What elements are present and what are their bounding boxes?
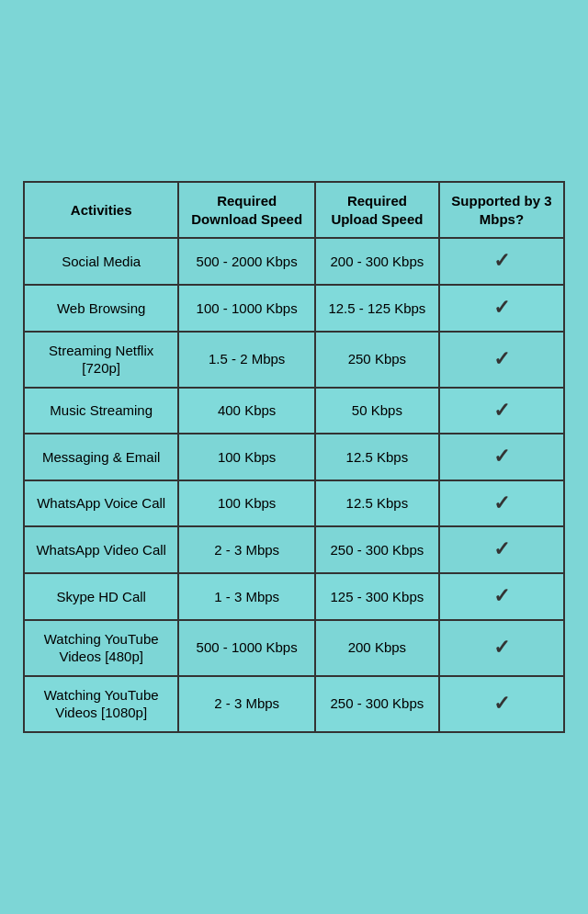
table-row: WhatsApp Video Call2 - 3 Mbps250 - 300 K…: [24, 526, 564, 573]
cell-supported: ✓: [439, 620, 564, 676]
cell-supported: ✓: [439, 573, 564, 620]
cell-download: 1.5 - 2 Mbps: [178, 332, 315, 388]
table-row: Web Browsing100 - 1000 Kbps12.5 - 125 Kb…: [24, 285, 564, 332]
checkmark-icon: ✓: [493, 636, 510, 659]
cell-activity: Music Streaming: [24, 388, 178, 434]
cell-download: 2 - 3 Mbps: [178, 526, 315, 573]
cell-supported: ✓: [439, 388, 564, 434]
header-download: Required Download Speed: [178, 182, 315, 238]
cell-upload: 50 Kbps: [315, 388, 439, 434]
cell-upload: 250 Kbps: [315, 332, 439, 388]
cell-download: 1 - 3 Mbps: [178, 573, 315, 620]
cell-activity: WhatsApp Video Call: [24, 526, 178, 573]
cell-supported: ✓: [439, 526, 564, 573]
table-row: WhatsApp Voice Call100 Kbps12.5 Kbps✓: [24, 480, 564, 527]
cell-download: 2 - 3 Mbps: [178, 676, 315, 732]
table-row: Music Streaming400 Kbps50 Kbps✓: [24, 388, 564, 434]
cell-download: 100 Kbps: [178, 434, 315, 480]
cell-download: 400 Kbps: [178, 388, 315, 434]
header-activities: Activities: [24, 182, 178, 238]
checkmark-icon: ✓: [493, 584, 510, 607]
checkmark-icon: ✓: [493, 491, 510, 514]
speed-table: Activities Required Download Speed Requi…: [23, 181, 565, 732]
table-row: Social Media500 - 2000 Kbps200 - 300 Kbp…: [24, 238, 564, 285]
table-header-row: Activities Required Download Speed Requi…: [24, 182, 564, 238]
cell-upload: 12.5 Kbps: [315, 480, 439, 527]
checkmark-icon: ✓: [493, 399, 510, 422]
cell-activity: WhatsApp Voice Call: [24, 480, 178, 527]
cell-activity: Skype HD Call: [24, 573, 178, 620]
table-row: Watching YouTube Videos [480p]500 - 1000…: [24, 620, 564, 676]
cell-upload: 12.5 - 125 Kbps: [315, 285, 439, 332]
table-wrapper: Activities Required Download Speed Requi…: [9, 163, 579, 750]
cell-activity: Watching YouTube Videos [1080p]: [24, 676, 178, 732]
checkmark-icon: ✓: [493, 692, 510, 715]
cell-download: 500 - 1000 Kbps: [178, 620, 315, 676]
cell-upload: 12.5 Kbps: [315, 434, 439, 480]
cell-supported: ✓: [439, 332, 564, 388]
cell-activity: Web Browsing: [24, 285, 178, 332]
cell-supported: ✓: [439, 480, 564, 527]
cell-supported: ✓: [439, 676, 564, 732]
table-row: Streaming Netflix [720p]1.5 - 2 Mbps250 …: [24, 332, 564, 388]
cell-download: 100 - 1000 Kbps: [178, 285, 315, 332]
header-supported: Supported by 3 Mbps?: [439, 182, 564, 238]
checkmark-icon: ✓: [493, 537, 510, 560]
cell-activity: Watching YouTube Videos [480p]: [24, 620, 178, 676]
cell-activity: Social Media: [24, 238, 178, 285]
cell-upload: 250 - 300 Kbps: [315, 676, 439, 732]
cell-upload: 125 - 300 Kbps: [315, 573, 439, 620]
table-row: Watching YouTube Videos [1080p]2 - 3 Mbp…: [24, 676, 564, 732]
cell-upload: 250 - 300 Kbps: [315, 526, 439, 573]
cell-download: 100 Kbps: [178, 480, 315, 527]
cell-download: 500 - 2000 Kbps: [178, 238, 315, 285]
checkmark-icon: ✓: [493, 296, 510, 319]
checkmark-icon: ✓: [493, 445, 510, 468]
checkmark-icon: ✓: [493, 347, 510, 370]
cell-supported: ✓: [439, 238, 564, 285]
cell-activity: Messaging & Email: [24, 434, 178, 480]
cell-supported: ✓: [439, 434, 564, 480]
cell-upload: 200 - 300 Kbps: [315, 238, 439, 285]
table-row: Messaging & Email100 Kbps12.5 Kbps✓: [24, 434, 564, 480]
table-row: Skype HD Call1 - 3 Mbps125 - 300 Kbps✓: [24, 573, 564, 620]
cell-upload: 200 Kbps: [315, 620, 439, 676]
header-upload: Required Upload Speed: [315, 182, 439, 238]
cell-activity: Streaming Netflix [720p]: [24, 332, 178, 388]
cell-supported: ✓: [439, 285, 564, 332]
checkmark-icon: ✓: [493, 249, 510, 272]
